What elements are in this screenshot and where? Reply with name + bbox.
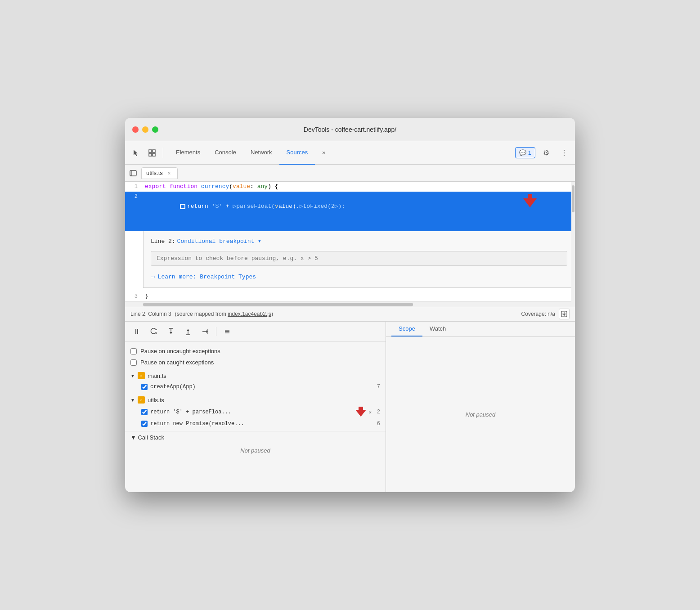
breakpoints-list: Pause on uncaught exceptions Pause on ca…: [125, 342, 386, 492]
utils-file-icon: ○: [138, 396, 145, 404]
code-content-3: }: [143, 292, 575, 301]
bp-createapp-checkbox[interactable]: [141, 384, 148, 390]
bp-return-dollar-line: 2: [377, 409, 380, 415]
coverage-status: Coverage: n/a: [521, 311, 555, 317]
toolbar-tabs: Elements Console Network Sources »: [169, 141, 333, 165]
right-panel-tabs: Scope Watch: [386, 322, 575, 337]
coverage-btn[interactable]: [559, 309, 570, 319]
svg-marker-15: [170, 332, 172, 334]
traffic-lights: [132, 126, 158, 133]
bp-learn-more: → Learn more: Breakpoint Types: [151, 272, 567, 282]
cursor-icon: [132, 149, 140, 157]
bp-return-dollar-checkbox[interactable]: [141, 409, 148, 415]
pause-caught-row: Pause on caught exceptions: [125, 357, 386, 368]
call-stack-not-paused: Not paused: [125, 444, 386, 458]
file-tab-close[interactable]: ×: [166, 170, 173, 177]
status-bar: Line 2, Column 3 (source mapped from ind…: [125, 307, 575, 321]
cursor-icon-btn[interactable]: [129, 146, 143, 160]
red-arrow-code: [479, 182, 539, 223]
step-into-icon: [167, 327, 175, 336]
pause-caught-checkbox[interactable]: [130, 359, 137, 366]
step-icon: [201, 327, 209, 336]
bp-section-utils: ▼ ○ utils.ts return '$' + parseFloa... ✏…: [125, 394, 386, 429]
pause-uncaught-label: Pause on uncaught exceptions: [140, 348, 220, 354]
inspect-icon-btn[interactable]: [145, 146, 159, 160]
svg-marker-10: [563, 314, 565, 316]
minimize-button[interactable]: [142, 126, 148, 133]
red-arrow-icon: [354, 405, 368, 418]
horizontal-scrollbar[interactable]: [125, 301, 575, 307]
bp-item-createapp: createApp(App) 7: [125, 381, 386, 392]
pause-resume-btn[interactable]: ⏸: [130, 325, 143, 338]
tab-console[interactable]: Console: [207, 141, 243, 165]
tab-sources[interactable]: Sources: [279, 141, 315, 165]
settings-btn[interactable]: ⚙: [539, 146, 553, 160]
window-title: DevTools - coffee-cart.netlify.app/: [304, 126, 396, 133]
more-btn[interactable]: ⋮: [557, 146, 571, 160]
bp-expression-input[interactable]: [151, 251, 567, 266]
line-number-2: 2: [125, 192, 143, 202]
coverage-icon: [561, 311, 567, 317]
learn-more-link[interactable]: Learn more: Breakpoint Types: [158, 272, 256, 282]
cursor-position: Line 2, Column 3: [130, 311, 171, 317]
step-into-btn[interactable]: [165, 325, 177, 338]
file-tab-utils[interactable]: utils.ts ×: [141, 167, 178, 179]
bp-line-label: Line 2:: [151, 237, 175, 247]
call-stack-header[interactable]: ▼ Call Stack: [125, 431, 386, 444]
tab-elements[interactable]: Elements: [169, 141, 207, 165]
bp-return-dollar-text: return '$' + parseFloa...: [150, 409, 354, 415]
scroll-thumb[interactable]: [143, 303, 413, 306]
breakpoint-popup: Line 2: Conditional breakpoint ▾ → Learn…: [143, 231, 575, 288]
toolbar: Elements Console Network Sources » 💬 1 ⚙…: [125, 141, 575, 165]
chat-badge[interactable]: 💬 1: [515, 147, 535, 158]
sidebar-toggle-btn[interactable]: [127, 167, 139, 179]
step-over-btn[interactable]: [148, 325, 160, 338]
chat-count: 1: [528, 149, 531, 156]
code-editor[interactable]: 1 export function currency(value: any) {…: [125, 182, 575, 301]
learn-more-circle-icon: →: [151, 272, 155, 282]
svg-marker-6: [523, 194, 537, 207]
pause-icon: ⏸: [133, 327, 140, 336]
svg-marker-26: [355, 407, 366, 417]
debug-divider: [216, 327, 216, 336]
right-panel: Scope Watch Not paused: [386, 322, 575, 492]
step-over-icon: [150, 327, 158, 336]
bp-return-promise-checkbox[interactable]: [141, 421, 148, 427]
bp-section-main: ▼ ○ main.ts createApp(App) 7: [125, 370, 386, 392]
red-arrow-breakpoint: [354, 405, 368, 420]
main-file-icon: ○: [138, 372, 145, 379]
svg-marker-13: [155, 333, 157, 334]
utils-filename: utils.ts: [148, 397, 164, 404]
bp-section-utils-header[interactable]: ▼ ○ utils.ts: [125, 394, 386, 406]
close-button[interactable]: [132, 126, 139, 133]
deactivate-icon: [223, 327, 231, 336]
vertical-scrollbar[interactable]: [571, 182, 575, 307]
step-btn[interactable]: [199, 325, 211, 338]
step-out-btn[interactable]: [182, 325, 194, 338]
svg-rect-2: [149, 153, 152, 156]
more-icon: ⋮: [561, 148, 568, 157]
settings-icon: ⚙: [543, 148, 549, 157]
tab-more[interactable]: »: [315, 141, 332, 165]
call-stack-label: ▼ Call Stack: [130, 434, 164, 441]
inspect-icon: [148, 149, 156, 157]
bp-item-return-dollar: return '$' + parseFloa... ✏ ✕ 2: [125, 406, 386, 418]
editor-area: 1 export function currency(value: any) {…: [125, 182, 575, 307]
svg-rect-1: [153, 150, 155, 152]
pause-uncaught-row: Pause on uncaught exceptions: [125, 345, 386, 357]
bp-section-main-header[interactable]: ▼ ○ main.ts: [125, 370, 386, 381]
bp-type-selector[interactable]: Conditional breakpoint ▾: [177, 237, 261, 247]
maximize-button[interactable]: [152, 126, 158, 133]
deactivate-btn[interactable]: [221, 325, 233, 338]
source-mapped-link[interactable]: index.1ac4eab2.js: [228, 311, 271, 317]
pause-uncaught-checkbox[interactable]: [130, 348, 137, 354]
file-tab-name: utils.ts: [146, 170, 163, 176]
code-line-2: 2 return '$' + ▷parseFloat(value).▷toFix…: [125, 192, 575, 231]
source-mapped-info: (source mapped from index.1ac4eab2.js): [175, 311, 273, 317]
tab-watch[interactable]: Watch: [422, 322, 453, 336]
tab-scope[interactable]: Scope: [391, 322, 422, 336]
vertical-scroll-thumb[interactable]: [572, 185, 574, 212]
status-bar-right: Coverage: n/a: [521, 309, 570, 319]
tab-network[interactable]: Network: [243, 141, 279, 165]
bp-return-promise-line: 6: [377, 421, 380, 427]
